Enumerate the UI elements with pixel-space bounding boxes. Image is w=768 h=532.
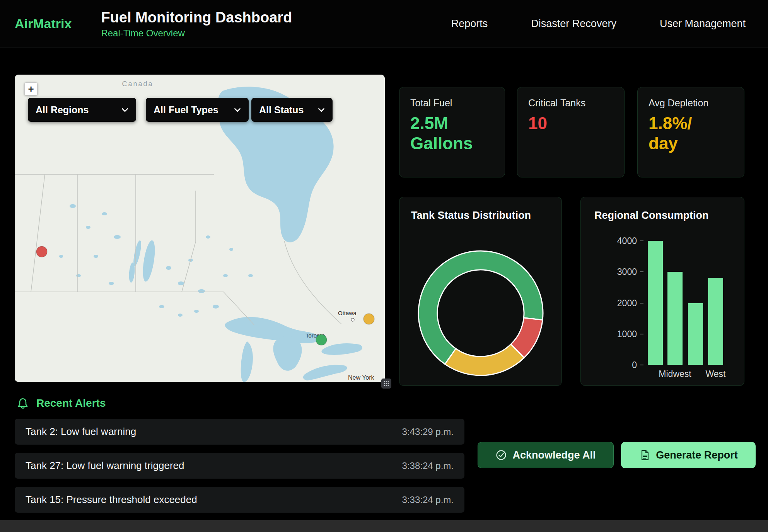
x-tick-label: Midwest	[659, 369, 691, 379]
stat-card-critical-tanks: Critical Tanks 10	[517, 87, 625, 177]
status-filter-value: All Status	[259, 104, 304, 116]
tank-marker-warning[interactable]	[364, 314, 374, 324]
fuel-map-panel[interactable]: Canada Ottawa Toronto New York + All Reg…	[15, 75, 385, 382]
alert-timestamp: 3:33:24 p.m.	[402, 494, 454, 505]
ottawa-town-dot	[351, 318, 354, 321]
drag-dots-icon	[383, 380, 389, 387]
alerts-header: Recent Alerts	[16, 397, 106, 410]
bottom-scrollbar-strip[interactable]	[0, 520, 768, 532]
alert-row: Tank 27: Low fuel warning triggered 3:38…	[15, 453, 464, 479]
tank-marker-normal[interactable]	[316, 334, 327, 345]
y-tick-mark	[640, 334, 643, 334]
stat-card-avg-depletion: Avg Depletion 1.8%/ day	[637, 87, 744, 177]
map-label-ottawa: Ottawa	[338, 310, 357, 316]
alert-message: Tank 15: Pressure threshold exceeded	[26, 494, 197, 506]
x-tick-label: West	[706, 369, 726, 379]
alert-row: Tank 2: Low fuel warning 3:43:29 p.m.	[15, 419, 464, 445]
stat-value-0: 2.5M Gallons	[410, 113, 494, 153]
main-nav: Reports Disaster Recovery User Managemen…	[451, 18, 746, 30]
chevron-down-icon	[121, 108, 128, 112]
alert-row: Tank 15: Pressure threshold exceeded 3:3…	[15, 487, 464, 513]
nav-disaster-recovery[interactable]: Disaster Recovery	[531, 18, 616, 30]
tank-marker-critical[interactable]	[36, 246, 47, 257]
y-tick-mark	[640, 271, 643, 272]
alert-message: Tank 2: Low fuel warning	[26, 426, 136, 438]
generate-report-label: Generate Report	[656, 449, 738, 461]
zoom-in-button[interactable]: +	[24, 82, 38, 95]
consumption-bar-0	[648, 241, 663, 365]
chevron-down-icon	[318, 108, 325, 112]
chevron-down-icon	[234, 108, 241, 112]
donut-chart-title: Tank Status Distribution	[399, 197, 561, 222]
status-filter-dropdown[interactable]: All Status	[251, 98, 333, 122]
document-icon	[639, 449, 650, 461]
regional-consumption-card: Regional Consumption 01000200030004000Mi…	[580, 197, 744, 386]
y-tick-label: 0	[602, 360, 637, 370]
map-label-new-york: New York	[348, 374, 375, 381]
y-tick-label: 1000	[602, 329, 637, 339]
bell-icon	[16, 397, 29, 410]
title-block: Fuel Monitoring Dashboard Real-Time Over…	[101, 9, 292, 39]
fuel-type-filter-value: All Fuel Types	[154, 104, 218, 116]
donut-slice-warning	[445, 344, 524, 375]
check-circle-icon	[495, 449, 507, 461]
alert-message: Tank 27: Low fuel warning triggered	[26, 460, 184, 472]
region-filter-dropdown[interactable]: All Regions	[28, 98, 136, 122]
nav-reports[interactable]: Reports	[451, 18, 488, 30]
stat-label: Avg Depletion	[649, 97, 733, 109]
acknowledge-all-button[interactable]: Acknowledge All	[478, 442, 614, 468]
page-subtitle: Real-Time Overview	[101, 28, 292, 39]
y-tick-label: 3000	[602, 266, 637, 277]
page-title: Fuel Monitoring Dashboard	[101, 9, 292, 26]
app-logo: AirMatrix	[15, 16, 72, 31]
tank-status-donut-chart	[415, 247, 546, 379]
stat-value-1: 10	[528, 113, 613, 133]
acknowledge-all-label: Acknowledge All	[512, 449, 596, 461]
consumption-bar-3	[708, 278, 723, 365]
stat-value-2: 1.8%/ day	[649, 113, 733, 153]
stat-label: Critical Tanks	[528, 97, 613, 109]
map-label-canada: Canada	[122, 80, 153, 88]
nav-user-management[interactable]: User Management	[660, 18, 746, 30]
app-header: AirMatrix Fuel Monitoring Dashboard Real…	[0, 0, 768, 48]
y-tick-label: 4000	[602, 235, 637, 246]
alert-timestamp: 3:38:24 p.m.	[402, 460, 454, 471]
tank-status-card: Tank Status Distribution	[399, 197, 562, 386]
stat-label: Total Fuel	[410, 97, 494, 109]
consumption-bar-1	[667, 272, 683, 365]
regional-consumption-bar-chart: 01000200030004000MidwestWest	[581, 197, 744, 385]
y-tick-mark	[640, 365, 643, 365]
y-tick-label: 2000	[602, 298, 637, 309]
y-tick-mark	[640, 240, 643, 241]
y-tick-mark	[640, 303, 643, 304]
generate-report-button[interactable]: Generate Report	[621, 442, 756, 468]
stat-card-total-fuel: Total Fuel 2.5M Gallons	[399, 87, 505, 177]
alerts-title: Recent Alerts	[36, 397, 106, 409]
map-resize-handle[interactable]	[381, 379, 391, 389]
fuel-type-filter-dropdown[interactable]: All Fuel Types	[146, 98, 249, 122]
region-filter-value: All Regions	[36, 104, 89, 116]
consumption-bar-2	[688, 303, 703, 365]
alert-timestamp: 3:43:29 p.m.	[402, 426, 454, 437]
